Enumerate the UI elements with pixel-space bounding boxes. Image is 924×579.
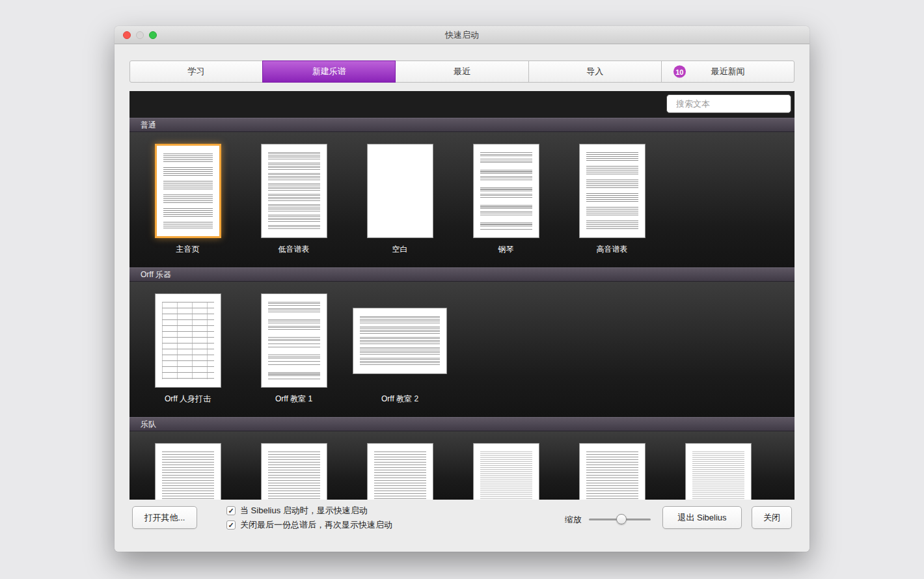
staff-lines	[374, 451, 426, 500]
checkbox-label: 关闭最后一份总谱后，再次显示快速启动	[240, 519, 392, 531]
staff-lines	[480, 152, 532, 230]
section-title: 普通	[141, 120, 156, 131]
template-thumbnail	[579, 144, 645, 237]
tab-import[interactable]: 导入	[528, 61, 662, 83]
checkbox-show-on-startup[interactable]: 当 Sibelius 启动时，显示快速启动	[226, 505, 392, 516]
thumbnail-page	[261, 443, 327, 500]
minimize-window-icon[interactable]	[136, 31, 144, 39]
staff-lines	[360, 316, 440, 366]
tab-new-score[interactable]: 新建乐谱	[262, 61, 396, 83]
traffic-lights	[123, 31, 157, 39]
template-label: 高音谱表	[597, 244, 628, 255]
close-button[interactable]: 关闭	[752, 506, 792, 529]
section-header-general: 普通	[129, 118, 795, 132]
staff-lines	[586, 152, 638, 230]
search-box[interactable]	[666, 94, 791, 113]
section-title: Orff 乐器	[141, 269, 171, 280]
template-thumbnail	[261, 144, 327, 237]
staff-lines	[692, 451, 744, 500]
tab-learn-label: 学习	[188, 66, 205, 77]
template-thumbnail	[473, 444, 539, 500]
thumbnail-page	[155, 144, 221, 238]
template-thumbnail	[261, 444, 327, 500]
thumbnail-page	[367, 144, 433, 238]
tab-bar: 学习 新建乐谱 最近 导入 10 最近新闻	[129, 61, 795, 83]
tab-recent[interactable]: 最近	[395, 61, 528, 83]
staff-lines	[480, 451, 532, 500]
thumbnail-page	[685, 443, 752, 500]
template-thumbnail	[367, 144, 433, 237]
template-thumbnail	[579, 444, 645, 500]
checkbox-label: 当 Sibelius 启动时，显示快速启动	[240, 505, 368, 517]
tab-news-label: 最近新闻	[711, 66, 744, 77]
thumbnail-page	[367, 443, 433, 500]
tab-recent-label: 最近	[454, 66, 470, 77]
thumbnail-page	[155, 443, 221, 500]
template-label: Orff 教室 2	[381, 394, 418, 405]
staff-lines	[586, 451, 638, 500]
thumbnail-page	[353, 308, 447, 374]
template-item[interactable]: 主音页	[135, 144, 241, 267]
template-item[interactable]: Orff 教室 2	[347, 294, 453, 417]
section-band-row	[129, 431, 795, 500]
template-item[interactable]: 低音谱表	[241, 144, 347, 267]
open-other-button[interactable]: 打开其他...	[132, 506, 197, 529]
template-item[interactable]: Orff 人身打击	[135, 294, 241, 417]
thumbnail-page	[473, 144, 539, 238]
template-item[interactable]: 钢琴	[453, 144, 559, 267]
section-orff-row: Orff 人身打击 Orff 教室 1 Orff 教室 2	[129, 282, 795, 417]
template-item[interactable]: Orff 教室 1	[241, 294, 347, 417]
window-title: 快速启动	[445, 29, 479, 41]
tab-learn[interactable]: 学习	[129, 61, 263, 83]
template-thumbnail	[155, 144, 221, 237]
thumbnail-page	[261, 144, 327, 238]
template-item[interactable]	[559, 444, 665, 500]
template-item[interactable]	[135, 444, 241, 500]
startup-options: 当 Sibelius 启动时，显示快速启动 关闭最后一份总谱后，再次显示快速启动	[226, 505, 392, 530]
template-label: 空白	[392, 244, 408, 255]
search-input[interactable]	[676, 99, 791, 109]
checkbox-icon[interactable]	[226, 520, 236, 530]
template-item[interactable]	[241, 444, 347, 500]
template-label: 低音谱表	[279, 244, 310, 255]
zoom-slider-thumb[interactable]	[616, 514, 627, 524]
section-title: 乐队	[141, 419, 156, 430]
thumbnail-page	[155, 293, 221, 388]
quit-sibelius-button[interactable]: 退出 Sibelius	[662, 506, 742, 529]
staff-lines	[268, 152, 320, 230]
template-thumbnail	[473, 144, 539, 237]
section-general-row: 主音页 低音谱表 空白	[129, 132, 795, 267]
template-item[interactable]	[347, 444, 453, 500]
staff-lines	[162, 451, 214, 500]
checkbox-show-after-close[interactable]: 关闭最后一份总谱后，再次显示快速启动	[226, 520, 392, 530]
tab-import-label: 导入	[586, 66, 603, 77]
section-header-orff: Orff 乐器	[129, 267, 795, 282]
template-label: 钢琴	[498, 244, 514, 255]
staff-lines	[268, 451, 320, 500]
template-thumbnail	[353, 294, 447, 387]
template-item[interactable]	[665, 444, 771, 500]
zoom-slider[interactable]	[589, 514, 651, 524]
quick-start-window: 快速启动 学习 新建乐谱 最近 导入 10 最近新闻	[115, 26, 809, 552]
zoom-window-icon[interactable]	[149, 31, 157, 39]
template-item[interactable]: 空白	[347, 144, 453, 267]
template-label: 主音页	[176, 244, 200, 255]
checkbox-icon[interactable]	[226, 506, 236, 515]
section-header-band: 乐队	[129, 417, 795, 431]
template-thumbnail	[367, 444, 433, 500]
staff-lines	[162, 302, 214, 379]
title-bar: 快速启动	[115, 26, 809, 44]
close-window-icon[interactable]	[123, 31, 131, 39]
template-item[interactable]: 高音谱表	[559, 144, 665, 267]
zoom-label: 缩放	[565, 514, 582, 526]
tab-news[interactable]: 10 最近新闻	[661, 61, 795, 83]
template-thumbnail	[155, 444, 221, 500]
news-count-badge: 10	[673, 66, 686, 78]
template-thumbnail	[685, 444, 752, 500]
thumbnail-page	[579, 144, 645, 238]
thumbnail-page	[579, 443, 645, 500]
thumbnail-page	[261, 293, 327, 388]
template-label: Orff 教室 1	[275, 394, 312, 405]
thumbnail-page	[473, 443, 539, 500]
template-item[interactable]	[453, 444, 559, 500]
